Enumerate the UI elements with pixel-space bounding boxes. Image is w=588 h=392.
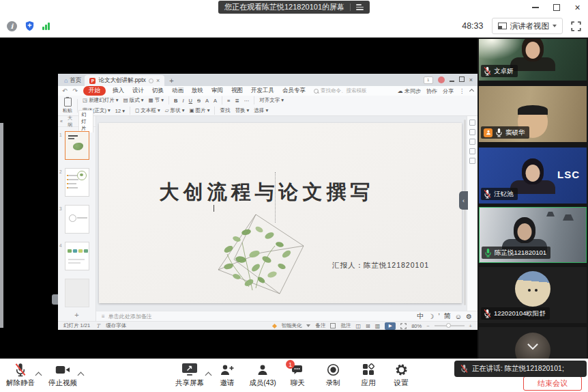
- banner-menu-icon[interactable]: [356, 4, 364, 10]
- wps-menu-视图[interactable]: 视图: [230, 87, 244, 95]
- zoom-out-button[interactable]: −: [426, 323, 429, 329]
- side-tool-icon[interactable]: [469, 158, 475, 164]
- ribbon-item[interactable]: 选择 ▾: [254, 107, 268, 114]
- meeting-security-shield-icon[interactable]: [25, 20, 35, 31]
- ribbon-item[interactable]: 查找: [220, 107, 230, 114]
- zoom-slider[interactable]: [435, 325, 465, 326]
- wps-menu-动画[interactable]: 动画: [171, 87, 185, 95]
- video-tile-ouyangshu[interactable]: 122020104欧阳舒: [479, 267, 587, 323]
- ribbon-item[interactable]: B: [174, 98, 177, 104]
- slide-thumbnail-3[interactable]: [65, 205, 89, 234]
- meeting-info-icon[interactable]: i: [7, 21, 17, 31]
- ribbon-item[interactable]: ◻ 文本框 ▾: [135, 107, 160, 114]
- wps-menu-切换[interactable]: 切换: [151, 87, 165, 95]
- video-tile-wenzhuoyan[interactable]: 文卓妍: [479, 39, 587, 81]
- beautify-button[interactable]: 智能美化: [281, 322, 302, 329]
- ribbon-item[interactable]: ▣ 图片 ▾: [189, 107, 209, 114]
- ime-icon[interactable]: ’: [439, 313, 440, 320]
- ribbon-item[interactable]: A: [205, 98, 209, 104]
- slide-thumbnail-1[interactable]: [65, 131, 89, 160]
- ribbon-item[interactable]: 替换 ▾: [235, 107, 249, 114]
- cloud-sync-status[interactable]: ☁ 未同步: [398, 87, 421, 95]
- ribbon-item[interactable]: ▱ 形状 ▾: [165, 107, 185, 114]
- wps-menu-开始[interactable]: 开始: [83, 86, 106, 96]
- zoom-slider-handle[interactable]: [446, 323, 451, 328]
- video-tile-partial[interactable]: [479, 327, 587, 359]
- tab-outline[interactable]: 大纲: [65, 114, 76, 129]
- share-button[interactable]: 分享: [443, 87, 454, 95]
- ime-icon[interactable]: ☽: [428, 313, 435, 320]
- status-notes-button[interactable]: 备注: [315, 322, 325, 329]
- ime-icon[interactable]: ⚙: [466, 313, 472, 320]
- slide-thumbnail-4[interactable]: [65, 242, 89, 270]
- expand-task-pane-tab[interactable]: ‹: [459, 191, 468, 210]
- ribbon-item[interactable]: 12 ▾: [115, 108, 125, 114]
- slide-thumbnail-5[interactable]: [65, 279, 89, 307]
- wps-maximize-button[interactable]: [459, 76, 465, 83]
- side-tool-icon[interactable]: [469, 129, 475, 135]
- network-signal-icon[interactable]: [42, 22, 50, 30]
- ribbon-item[interactable]: ≡: [227, 98, 230, 104]
- new-slide-button[interactable]: +: [58, 311, 95, 319]
- fit-window-icon[interactable]: [400, 323, 407, 329]
- ribbon-item[interactable]: ▤ 版式 ▾: [123, 97, 144, 104]
- ribbon-item[interactable]: ▦ 节 ▾: [149, 97, 164, 104]
- wps-home-tab[interactable]: ⌂首页: [61, 75, 85, 86]
- ime-icon[interactable]: 简: [444, 311, 451, 321]
- ribbon-item[interactable]: ≣: [235, 98, 239, 104]
- paste-button[interactable]: 粘贴: [63, 98, 72, 114]
- undo-icon[interactable]: ↶: [62, 87, 68, 94]
- wps-menu-会员专享[interactable]: 会员专享: [281, 87, 307, 95]
- normal-view-icon[interactable]: ◫: [355, 323, 361, 329]
- side-tool-icon[interactable]: [469, 139, 475, 145]
- collapse-ribbon-icon[interactable]: [469, 88, 474, 93]
- tab-close-icon[interactable]: ×: [156, 77, 160, 84]
- zoom-in-button[interactable]: +: [469, 323, 472, 329]
- canvas-scrollbar[interactable]: [464, 120, 466, 305]
- wps-menu-审阅[interactable]: 审阅: [210, 87, 224, 95]
- speaker-view-button[interactable]: 演讲者视图: [492, 18, 563, 34]
- redo-icon[interactable]: ↷: [73, 87, 78, 94]
- side-tool-icon[interactable]: [469, 148, 475, 154]
- video-tile-chenzhiyue-speaking[interactable]: 陈芷悦121820101: [479, 207, 587, 263]
- ribbon-item[interactable]: A: [214, 98, 217, 104]
- wps-menu-放映[interactable]: 放映: [190, 87, 205, 95]
- new-tab-button[interactable]: +: [169, 75, 173, 86]
- collapse-panel-icon[interactable]: «: [60, 119, 63, 124]
- slideshow-play-button[interactable]: ▶: [385, 322, 396, 330]
- ribbon-item[interactable]: 对齐文字 ▾: [259, 97, 284, 104]
- settings-button[interactable]: 设置: [379, 363, 423, 388]
- sorter-view-icon[interactable]: ⊞: [366, 323, 370, 329]
- more-menu-icon[interactable]: ⋮: [459, 88, 465, 94]
- wps-close-button[interactable]: ×: [469, 77, 473, 83]
- minimize-button[interactable]: [525, 0, 546, 15]
- collab-button[interactable]: 协作: [426, 87, 437, 95]
- reading-view-icon[interactable]: ▥: [375, 323, 381, 329]
- side-tool-icon[interactable]: [469, 120, 475, 126]
- presenter-caption[interactable]: 汇报人：陈芷悦121820101: [332, 261, 429, 270]
- wps-notification-badge[interactable]: 1: [424, 76, 433, 84]
- ribbon-item[interactable]: U: [189, 98, 192, 104]
- fullscreen-icon[interactable]: [571, 21, 581, 31]
- ribbon-item[interactable]: ⋯: [244, 98, 250, 104]
- wps-menu-插入[interactable]: 插入: [111, 87, 126, 95]
- ime-icon[interactable]: 中: [417, 311, 424, 321]
- wps-menu-开发工具[interactable]: 开发工具: [250, 87, 276, 95]
- video-tile-doushuohua[interactable]: 窦硕华: [479, 86, 587, 142]
- end-meeting-button[interactable]: 结束会议: [523, 376, 582, 391]
- current-slide[interactable]: 大创流程与论文撰写: [99, 123, 462, 303]
- ime-icon[interactable]: ☺: [455, 313, 462, 320]
- video-tile-wangyichi[interactable]: LSC 汪钇池: [479, 148, 587, 204]
- notes-bar[interactable]: ≡ 单击此处添加备注 中☽’简☺⚙: [96, 311, 477, 321]
- wps-search[interactable]: 查找命令、搜索模板: [314, 87, 367, 94]
- wps-minimize-button[interactable]: [450, 77, 454, 83]
- ribbon-item[interactable]: S: [197, 98, 201, 104]
- close-button[interactable]: ×: [567, 0, 588, 15]
- tab-slides[interactable]: 幻灯片: [78, 110, 93, 132]
- slide-thumbnail-2[interactable]: [65, 168, 89, 197]
- wps-account-avatar[interactable]: [438, 76, 445, 83]
- ribbon-item[interactable]: ◳ 新建幻灯片 ▾: [83, 97, 119, 104]
- slide-title[interactable]: 大创流程与论文撰写: [99, 179, 435, 206]
- wps-menu-设计[interactable]: 设计: [131, 87, 145, 95]
- wps-document-tab[interactable]: P 论文大创讲解.pptx ×: [85, 75, 164, 86]
